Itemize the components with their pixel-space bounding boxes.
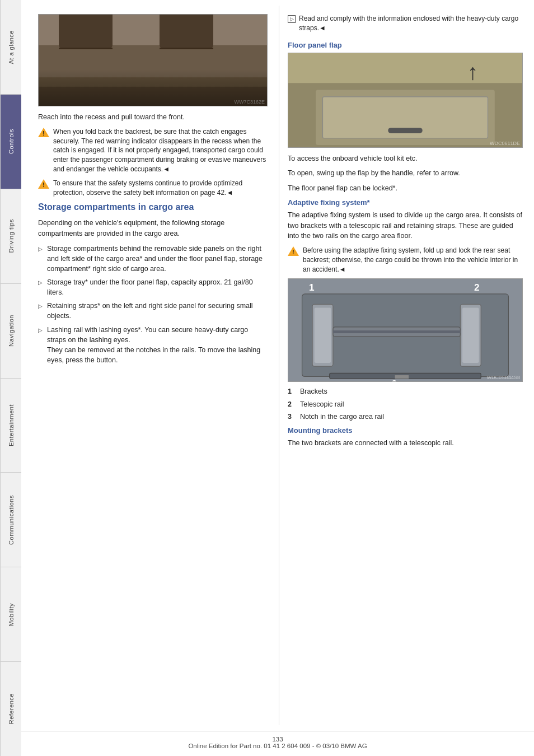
mounting-brackets-description: The two brackets are connected with a te… xyxy=(288,438,523,449)
note-box-straps: Read and comply with the information enc… xyxy=(288,14,523,33)
num-label-2: 2 xyxy=(288,399,296,409)
num-label-3: 3 xyxy=(288,412,296,422)
adaptive-warning-box: ! Before using the adaptive fixing syste… xyxy=(288,246,523,274)
list-item: ▷ Retaining straps* on the left and righ… xyxy=(38,301,268,321)
intro-paragraph: Reach into the recess and pull toward th… xyxy=(38,112,268,123)
sidebar-item-navigation[interactable]: Navigation xyxy=(1,284,21,379)
bullet-arrow-icon: ▷ xyxy=(38,302,43,311)
svg-rect-4 xyxy=(160,15,213,49)
adaptive-graphic: 1 2 3 WDC0SB44S8 xyxy=(288,279,522,381)
right-column: Read and comply with the information enc… xyxy=(279,6,534,725)
svg-rect-20 xyxy=(462,308,479,363)
sidebar-item-at-a-glance[interactable]: At a glance xyxy=(1,0,21,95)
bullet-text-2: Storage tray* under the floor panel flap… xyxy=(47,277,268,297)
sidebar-item-entertainment[interactable]: Entertainment xyxy=(1,379,21,473)
warning-box-2: ! To ensure that the safety systems cont… xyxy=(38,179,268,198)
warning-icon-2: ! xyxy=(38,179,49,189)
footer-text: Online Edition for Part no. 01 41 2 604 … xyxy=(188,743,367,749)
num-text-1: Brackets xyxy=(300,386,327,396)
floor-panel-text2: To open, swing up the flap by the handle… xyxy=(288,168,523,179)
adaptive-warning-text: Before using the adaptive fixing system,… xyxy=(303,246,523,274)
svg-rect-8 xyxy=(39,77,267,87)
sidebar-item-communications[interactable]: Communications xyxy=(1,473,21,567)
svg-rect-18 xyxy=(315,308,331,363)
svg-rect-27 xyxy=(395,376,409,379)
list-item: ▷ Storage tray* under the floor panel fl… xyxy=(38,277,268,297)
floor-panel-text1: To access the onboard vehicle tool kit e… xyxy=(288,153,523,164)
bullet-arrow-icon: ▷ xyxy=(38,245,43,254)
sidebar-item-controls[interactable]: Controls xyxy=(1,95,21,189)
left-column: WW7C3162E Reach into the recess and pull… xyxy=(21,6,279,725)
num-label-1: 1 xyxy=(288,386,296,396)
floor-panel-image: ↑ WDC0611DE xyxy=(288,53,523,148)
section-title-storage: Storage compartments in cargo area xyxy=(38,202,268,213)
warning-text-1: When you fold back the backrest, be sure… xyxy=(53,127,268,174)
car-interior-graphic: WW7C3162E xyxy=(39,15,267,106)
note-text-straps: Read and comply with the information enc… xyxy=(299,14,523,33)
car-interior-image: WW7C3162E xyxy=(38,14,268,106)
main-content: WW7C3162E Reach into the recess and pull… xyxy=(21,0,534,756)
note-arrow-icon xyxy=(288,15,296,23)
sidebar-item-driving-tips[interactable]: Driving tips xyxy=(1,189,21,284)
num-text-3: Notch in the cargo area rail xyxy=(300,412,384,422)
svg-text:1: 1 xyxy=(309,282,315,293)
svg-text:2: 2 xyxy=(474,282,480,293)
mounting-brackets-title: Mounting brackets xyxy=(288,426,523,435)
adaptive-image: 1 2 3 WDC0SB44S8 xyxy=(288,278,523,382)
svg-rect-2 xyxy=(39,45,267,79)
num-list-item: 3 Notch in the cargo area rail xyxy=(288,412,523,422)
svg-rect-13 xyxy=(388,128,422,133)
list-item: ▷ Lashing rail with lashing eyes*. You c… xyxy=(38,325,268,366)
section-intro-text: Depending on the vehicle's equipment, th… xyxy=(38,218,268,239)
list-item: ▷ Storage compartments behind the remova… xyxy=(38,244,268,274)
warning-icon-1: ! xyxy=(38,128,49,138)
floor-panel-text3: The floor panel flap can be locked*. xyxy=(288,183,523,194)
svg-text:↑: ↑ xyxy=(467,59,479,84)
storage-bullet-list: ▷ Storage compartments behind the remova… xyxy=(38,244,268,365)
adaptive-fixing-title: Adaptive fixing system* xyxy=(288,198,523,207)
sidebar-item-mobility[interactable]: Mobility xyxy=(1,567,21,662)
warning-text-2: To ensure that the safety systems contin… xyxy=(53,179,268,198)
svg-rect-3 xyxy=(59,15,113,49)
svg-rect-22 xyxy=(333,331,460,334)
floor-panel-title: Floor panel flap xyxy=(288,41,523,49)
page-number: 133 xyxy=(272,736,283,743)
adaptive-warning-icon: ! xyxy=(288,246,299,256)
sidebar-item-reference[interactable]: Reference xyxy=(1,662,21,756)
adaptive-numbered-list: 1 Brackets 2 Telescopic rail 3 Notch in … xyxy=(288,386,523,421)
bullet-arrow-icon: ▷ xyxy=(38,326,43,335)
sidebar: At a glance Controls Driving tips Naviga… xyxy=(0,0,21,756)
floor-panel-graphic: ↑ WDC0611DE xyxy=(288,53,522,147)
num-text-2: Telescopic rail xyxy=(300,399,344,409)
num-list-item: 1 Brackets xyxy=(288,386,523,396)
content-area: WW7C3162E Reach into the recess and pull… xyxy=(21,0,534,731)
num-list-item: 2 Telescopic rail xyxy=(288,399,523,409)
bullet-text-1: Storage compartments behind the removabl… xyxy=(47,244,268,274)
adaptive-description: The adaptive fixing system is used to di… xyxy=(288,210,523,241)
bullet-arrow-icon: ▷ xyxy=(38,279,43,287)
page-footer: 133 Online Edition for Part no. 01 41 2 … xyxy=(21,731,534,756)
svg-rect-7 xyxy=(39,86,267,106)
warning-box-1: ! When you fold back the backrest, be su… xyxy=(38,127,268,174)
bullet-text-4: Lashing rail with lashing eyes*. You can… xyxy=(47,325,268,366)
bullet-text-3: Retaining straps* on the left and right … xyxy=(47,301,268,321)
